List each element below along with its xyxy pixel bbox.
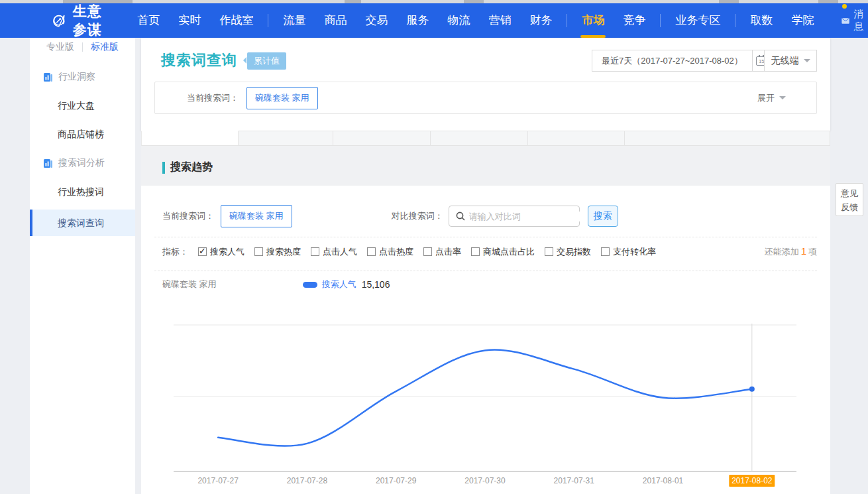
nav-item-marketing[interactable]: 营销 <box>479 3 520 38</box>
checkbox-icon[interactable] <box>601 247 610 256</box>
date-range-value[interactable]: 最近7天（2017-07-27~2017-08-02） <box>592 50 753 72</box>
search-icon <box>456 212 465 221</box>
metric-checkbox-payment-conversion[interactable]: 支付转化率 <box>601 246 656 258</box>
current-term-tag[interactable]: 碗碟套装 家用 <box>246 87 318 109</box>
nav-item-logistics[interactable]: 物流 <box>438 3 479 38</box>
table-header-cell <box>431 131 528 146</box>
expand-toggle[interactable]: 展开 <box>757 92 786 104</box>
notification-dot <box>842 4 847 9</box>
add-more-count: 1 <box>799 245 808 257</box>
chart-doc-icon <box>43 72 53 82</box>
table-header-cell <box>625 131 830 146</box>
x-axis-label: 2017-07-28 <box>287 476 327 485</box>
current-term-tag[interactable]: 碗碟套装 家用 <box>221 205 292 227</box>
checkbox-icon[interactable] <box>471 247 480 256</box>
feedback-button[interactable]: 意见 反馈 <box>836 183 863 216</box>
metric-label: 点击人气 <box>323 246 357 258</box>
metric-checkbox-mall-click-share[interactable]: 商城点击占比 <box>471 246 535 258</box>
envelope-icon <box>841 17 849 25</box>
page-title: 搜索词查询 <box>161 50 237 70</box>
nav-item-business-zone[interactable]: 业务专区 <box>666 3 730 38</box>
checkbox-icon[interactable] <box>254 247 263 256</box>
section-title-marker <box>162 162 165 174</box>
nav-divider <box>268 14 268 27</box>
x-axis-label: 2017-07-29 <box>376 476 416 485</box>
checkbox-icon[interactable] <box>367 247 376 256</box>
divider <box>154 271 817 271</box>
legend-value: 15,106 <box>362 279 390 290</box>
messages-button[interactable]: 消息 <box>841 8 868 33</box>
divider <box>154 237 817 237</box>
terminal-selector[interactable]: 无线端 <box>764 50 817 72</box>
search-button[interactable]: 搜索 <box>588 206 618 227</box>
compare-term-label: 对比搜索词： <box>392 210 443 222</box>
metric-checkbox-click-rate[interactable]: 点击率 <box>423 246 461 258</box>
metric-label: 点击热度 <box>379 246 413 258</box>
table-header-strip <box>141 131 830 146</box>
feedback-label: 反馈 <box>836 200 863 214</box>
brand-logo[interactable]: 生意参谋 <box>52 2 115 39</box>
nav-divider <box>567 14 567 27</box>
expand-label: 展开 <box>757 92 775 104</box>
nav-divider <box>660 14 661 27</box>
x-axis-label: 2017-07-30 <box>464 476 505 485</box>
version-tab-standard[interactable]: 标准版 <box>83 41 127 53</box>
chevron-down-icon <box>804 59 810 62</box>
sidebar-item-product-shop-ranking[interactable]: 商品店铺榜 <box>30 111 135 140</box>
x-axis-labels: 2017-07-272017-07-282017-07-292017-07-30… <box>174 475 796 487</box>
metric-checkbox-search-heat[interactable]: 搜索热度 <box>254 246 301 258</box>
top-nav: 生意参谋 首页 实时 作战室 流量 商品 交易 服务 物流 营销 财务 市场 竞… <box>0 3 868 38</box>
chart-doc-icon <box>43 158 53 168</box>
brand-name: 生意参谋 <box>73 2 115 39</box>
nav-item-finance[interactable]: 财务 <box>520 3 561 38</box>
checkbox-icon[interactable] <box>423 247 432 256</box>
nav-item-market[interactable]: 市场 <box>572 3 614 38</box>
sidebar-item-search-term-query[interactable]: 搜索词查询 <box>30 210 135 236</box>
x-axis-label-highlighted: 2017-08-02 <box>729 475 775 487</box>
current-term-filter-box: 当前搜索词： 碗碟套装 家用 展开 <box>154 82 817 114</box>
compare-term-input[interactable] <box>469 212 586 221</box>
sidebar-section-industry-insight[interactable]: 行业洞察 <box>30 54 135 83</box>
checkbox-icon[interactable] <box>311 247 319 256</box>
nav-item-competition[interactable]: 竞争 <box>614 3 655 38</box>
date-range-picker[interactable]: 最近7天（2017-07-27~2017-08-02） 15 <box>592 50 771 72</box>
nav-item-traffic[interactable]: 流量 <box>274 3 315 38</box>
terminal-selector-value: 无线端 <box>771 55 799 67</box>
x-axis-label: 2017-07-31 <box>554 476 594 485</box>
nav-item-home[interactable]: 首页 <box>128 3 169 38</box>
cumulative-value-badge: 累计值 <box>247 52 286 70</box>
trend-line-chart <box>174 324 796 472</box>
metric-checkbox-click-heat[interactable]: 点击热度 <box>367 246 413 258</box>
nav-item-service[interactable]: 服务 <box>397 3 438 38</box>
current-term-label: 当前搜索词： <box>187 92 239 104</box>
nav-item-war-room[interactable]: 作战室 <box>210 3 262 38</box>
nav-menu: 首页 实时 作战室 流量 商品 交易 服务 物流 营销 财务 市场 竞争 业务专… <box>128 3 823 38</box>
checkbox-checked-icon[interactable] <box>198 247 207 256</box>
messages-label: 消息 <box>854 8 868 33</box>
metric-checkbox-click-popularity[interactable]: 点击人气 <box>311 246 357 258</box>
nav-item-transaction[interactable]: 交易 <box>356 3 397 38</box>
sidebar-section-search-term-analysis[interactable]: 搜索词分析 <box>30 140 135 169</box>
legend-metric: 搜索人气 <box>322 278 356 290</box>
metric-label: 搜索热度 <box>266 246 301 258</box>
search-trend-card: 当前搜索词： 碗碟套装 家用 对比搜索词： 搜索 指标： 搜索人气 搜索热度 <box>141 186 830 494</box>
app-root: 生意参谋 首页 实时 作战室 流量 商品 交易 服务 物流 营销 财务 市场 竞… <box>0 0 868 494</box>
legend-term: 碗碟套装 家用 <box>162 278 217 290</box>
metric-checkbox-transaction-index[interactable]: 交易指数 <box>545 246 591 258</box>
version-tab-pro[interactable]: 专业版 <box>38 41 82 53</box>
nav-item-product[interactable]: 商品 <box>315 3 356 38</box>
nav-item-academy[interactable]: 学院 <box>782 3 823 38</box>
nav-item-realtime[interactable]: 实时 <box>169 3 210 38</box>
feedback-label: 意见 <box>836 186 863 200</box>
sidebar: 专业版 标准版 行业洞察 行业大盘 商品店铺榜 搜索词分析 行业热搜词 <box>30 38 135 494</box>
nav-item-data-extract[interactable]: 取数 <box>741 3 782 38</box>
x-axis-label: 2017-07-27 <box>197 476 238 485</box>
compass-logo-icon <box>52 11 66 31</box>
checkbox-icon[interactable] <box>545 247 553 256</box>
x-axis-label: 2017-08-01 <box>643 476 683 485</box>
sidebar-section-label: 行业洞察 <box>58 71 95 83</box>
section-title: 搜索趋势 <box>162 160 213 174</box>
metric-checkbox-search-popularity[interactable]: 搜索人气 <box>198 246 244 258</box>
sidebar-item-industry-hot-words[interactable]: 行业热搜词 <box>30 169 135 198</box>
sidebar-item-industry-overview[interactable]: 行业大盘 <box>30 83 135 111</box>
